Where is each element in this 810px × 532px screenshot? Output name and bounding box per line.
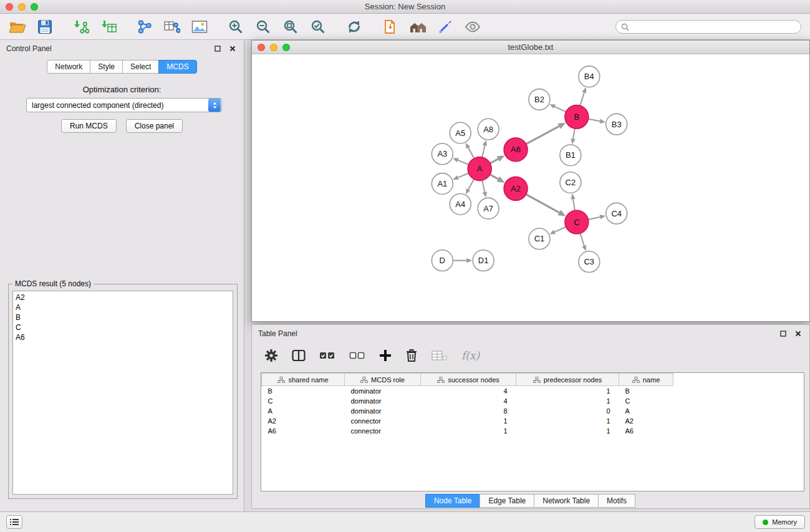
memory-button[interactable]: Memory [755,515,805,529]
new-network-button[interactable] [135,17,155,37]
graph-node-B[interactable]: B [565,105,589,128]
open-folder-button[interactable] [7,17,27,37]
table-row[interactable]: Cdominator41C [262,396,673,406]
tab-edge-table[interactable]: Edge Table [480,494,534,508]
graph-node-D1[interactable]: D1 [473,250,494,271]
tab-motifs[interactable]: Motifs [598,494,635,508]
table-cell[interactable]: 1 [516,426,619,436]
float-panel-button[interactable] [213,44,223,54]
table-cell[interactable]: 0 [516,406,619,416]
tab-node-table[interactable]: Node Table [425,494,481,508]
graph-edge-A-A2[interactable] [490,175,498,179]
result-item[interactable]: A [13,302,233,312]
column-header-successor-nodes[interactable]: successor nodes [421,374,516,386]
function-builder-button[interactable]: f(x) [461,349,480,362]
graph-edge-A-A6[interactable] [490,159,498,163]
graph-edge-C-C3[interactable] [580,233,584,246]
table-cell[interactable]: 8 [421,406,516,416]
graph-node-A4[interactable]: A4 [450,193,471,215]
gear-button[interactable] [264,349,278,362]
network-view[interactable]: B4B2BB3A5A8A6B1A3AC2A1A2A4A7C4CC1C3DD1 [252,55,809,321]
graph-edge-B-B3[interactable] [588,119,600,121]
table-float-panel-button[interactable] [778,329,788,339]
table-cell[interactable]: dominator [345,406,421,416]
graph-edge-A-A8[interactable] [482,145,485,157]
column-header-name[interactable]: name [619,374,673,386]
graph-node-A7[interactable]: A7 [478,198,499,219]
column-header-MCDS-role[interactable]: MCDS role [345,374,421,386]
network-close-button[interactable] [258,44,265,51]
table-row[interactable]: A2connector11A2 [262,416,673,426]
result-item[interactable]: B [13,312,233,322]
trash-button[interactable] [405,349,418,362]
table-cell[interactable]: connector [345,426,421,436]
graph-node-C1[interactable]: C1 [529,228,550,249]
tab-network-table[interactable]: Network Table [534,494,599,508]
table-cell[interactable]: B [262,386,345,396]
import-table-button[interactable] [99,17,118,37]
graph-node-A[interactable]: A [468,157,491,181]
zoom-in-button[interactable] [226,17,246,37]
zoom-fit-button[interactable] [281,17,301,37]
table-cell[interactable]: C [262,396,345,406]
table-row[interactable]: Bdominator41B [262,386,673,396]
graph-edge-B-B4[interactable] [580,92,584,105]
eye-button[interactable] [463,17,483,37]
tab-mcds[interactable]: MCDS [158,60,196,74]
zoom-out-button[interactable] [253,17,273,37]
graph-edge-C-C2[interactable] [573,199,575,210]
graph-node-C2[interactable]: C2 [560,172,581,193]
minimize-window-button[interactable] [18,3,26,11]
graph-node-C4[interactable]: C4 [606,203,627,224]
table-cell[interactable]: C [619,396,673,406]
table-cell[interactable]: A6 [262,426,345,436]
graph-node-B2[interactable]: B2 [529,89,550,110]
panel-chooser-button[interactable] [6,515,22,529]
column-header-shared-name[interactable]: shared name [262,374,345,386]
result-item[interactable]: A2 [13,293,233,302]
table-row[interactable]: Adominator80A [262,406,673,416]
table-cell[interactable]: 1 [516,396,619,406]
table-close-panel-button[interactable] [793,329,803,339]
graph-node-A2[interactable]: A2 [504,177,528,201]
graph-node-A8[interactable]: A8 [478,118,499,140]
graph-node-A3[interactable]: A3 [432,143,453,165]
table-row[interactable]: A6connector11A6 [262,426,673,436]
graph-edge-A-A3[interactable] [458,160,468,165]
tab-style[interactable]: Style [90,60,123,74]
graph-edge-A-A5[interactable] [468,148,474,158]
refresh-button[interactable] [344,17,364,37]
graph-edge-C-C4[interactable] [588,217,600,220]
optimization-dropdown[interactable]: largest connected component (directed) [26,98,222,112]
graph-edge-A-A4[interactable] [468,179,474,189]
network-graph[interactable]: B4B2BB3A5A8A6B1A3AC2A1A2A4A7C4CC1C3DD1 [252,55,809,321]
graph-node-B4[interactable]: B4 [579,66,600,87]
graph-edge-B-B2[interactable] [554,107,566,112]
save-button[interactable] [35,17,55,37]
run-mcds-button[interactable]: Run MCDS [61,119,117,133]
result-item[interactable]: C [13,322,233,332]
column-button[interactable] [292,349,306,362]
graph-edge-C-C1[interactable] [555,227,566,232]
graph-edge-B-B1[interactable] [573,128,575,138]
zoom-window-button[interactable] [31,3,38,11]
table-cell[interactable]: A [262,406,345,416]
table-cell[interactable]: 4 [421,386,516,396]
home-button[interactable] [408,17,428,37]
delete-table-button[interactable] [432,349,448,362]
zoom-selected-button[interactable] [308,17,328,37]
network-minimize-button[interactable] [270,44,277,51]
import-network-button[interactable] [71,17,91,37]
table-cell[interactable]: A2 [619,416,673,426]
table-cell[interactable]: 1 [516,416,619,426]
table-cell[interactable]: 4 [421,396,516,406]
close-panel-action-button[interactable]: Close panel [126,119,183,133]
table-cell[interactable]: dominator [345,396,421,406]
network-window-titlebar[interactable]: testGlobe.txt [252,41,809,54]
table-cell[interactable]: dominator [345,386,421,396]
open-recent-button[interactable] [380,17,400,37]
graph-edge-A6-B[interactable] [526,126,559,144]
table-cell[interactable]: A2 [262,416,345,426]
result-item[interactable]: A6 [13,332,233,342]
table-cell[interactable]: 1 [421,416,516,426]
